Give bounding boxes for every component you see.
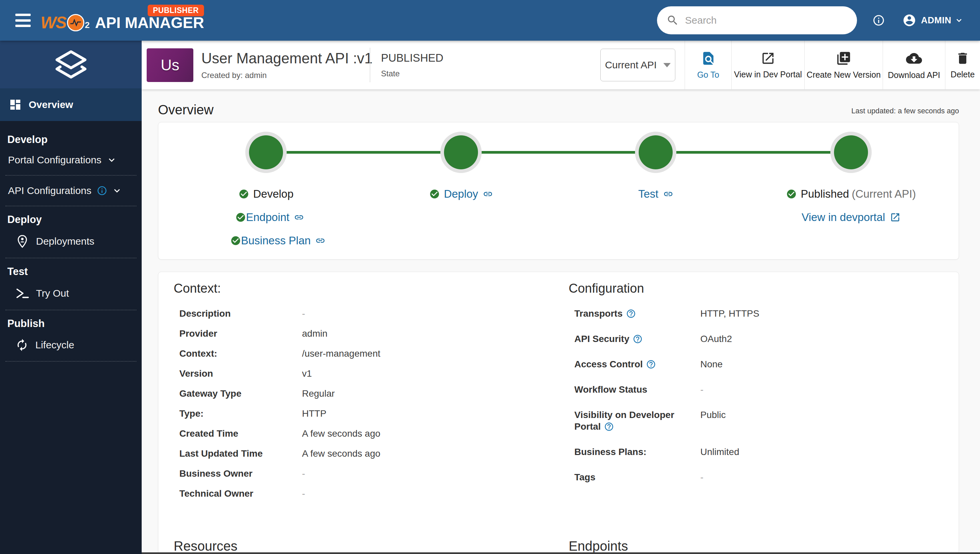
sidebar-section-publish: Publish <box>0 313 142 332</box>
sidebar-item-lifecycle[interactable]: Lifecycle <box>0 332 142 358</box>
stage-deploy[interactable]: Deploy <box>430 188 493 201</box>
view-in-devportal-link[interactable]: View in devportal <box>802 211 900 224</box>
help-icon[interactable] <box>646 359 656 369</box>
config-row: Visibility on Developer Portal Public <box>569 409 969 432</box>
sidebar: Overview Develop Portal Configurations A… <box>0 41 142 554</box>
api-title: User Management API :v1 <box>201 50 370 67</box>
context-row: Context:/user-management <box>173 348 540 359</box>
find-in-page-icon <box>701 51 716 66</box>
location-pin-icon <box>15 234 29 248</box>
divider <box>5 258 136 258</box>
api-state-value: PUBLISHED <box>381 52 443 64</box>
sidebar-section-test: Test <box>0 261 142 280</box>
stage-develop: Develop <box>238 188 293 201</box>
sidebar-section-deploy: Deploy <box>0 209 142 228</box>
check-circle-icon <box>230 235 241 246</box>
last-updated-text: Last updated: a few seconds ago <box>851 107 959 117</box>
wso2-logo-sub: 2 <box>85 20 90 30</box>
open-in-new-icon <box>760 51 775 66</box>
library-add-icon <box>836 51 851 66</box>
context-section: Context: Description- Provideradmin Cont… <box>173 281 540 508</box>
configuration-heading: Configuration <box>569 281 969 296</box>
divider <box>5 175 136 176</box>
api-created-by: Created by: admin <box>201 71 370 80</box>
sync-icon <box>15 338 29 352</box>
details-card: Context: Description- Provideradmin Cont… <box>158 272 959 554</box>
business-plan-link[interactable]: Business Plan <box>241 234 311 247</box>
product-name: API MANAGER <box>95 14 204 32</box>
bottom-cut-band <box>142 552 980 554</box>
context-row: Provideradmin <box>173 328 540 339</box>
stage-published: Published (Current API) <box>786 188 916 201</box>
download-api-button[interactable]: Download API <box>883 41 945 89</box>
app-bar: PUBLISHER WS 2 API MANAGER ADMIN <box>0 0 980 41</box>
deploy-link[interactable]: Deploy <box>444 188 478 201</box>
menu-icon[interactable] <box>15 14 31 27</box>
api-info-bar: Us User Management API :v1 Created by: a… <box>142 41 980 89</box>
stage-test[interactable]: Test <box>638 188 673 201</box>
search-bar[interactable] <box>657 6 857 34</box>
trash-icon <box>955 51 970 66</box>
layers-icon <box>54 47 88 82</box>
config-row: Access Control None <box>569 358 969 370</box>
avatar-icon <box>902 13 916 27</box>
check-circle-icon <box>786 189 797 199</box>
divider <box>5 361 136 362</box>
api-logo-block <box>0 41 142 88</box>
link-icon <box>294 212 304 222</box>
stepper-node-published <box>830 132 872 173</box>
stepper-node-deploy <box>440 132 482 173</box>
check-circle-icon <box>238 189 249 199</box>
endpoint-link-row[interactable]: Endpoint <box>235 211 304 224</box>
main-content: Overview Last updated: a few seconds ago… <box>142 89 980 554</box>
api-state-label: State <box>381 69 443 78</box>
page-title: Overview <box>158 102 214 117</box>
divider <box>370 48 370 82</box>
terminal-icon <box>15 287 29 300</box>
user-menu[interactable]: ADMIN <box>902 13 963 27</box>
test-link[interactable]: Test <box>638 188 659 201</box>
sidebar-item-api-configurations[interactable]: API Configurations <box>0 178 142 203</box>
lifecycle-card: Develop Deploy Test Published (Current A… <box>158 122 959 259</box>
info-icon[interactable] <box>872 14 885 27</box>
link-icon <box>315 236 325 246</box>
endpoint-link[interactable]: Endpoint <box>246 211 290 224</box>
version-selector[interactable]: Current API <box>600 49 675 81</box>
help-icon[interactable] <box>626 309 636 319</box>
search-input[interactable] <box>685 15 838 26</box>
endpoints-heading: Endpoints <box>569 539 628 554</box>
delete-button[interactable]: Delete <box>945 41 980 89</box>
go-to-button[interactable]: Go To <box>685 41 731 89</box>
divider <box>5 206 136 206</box>
business-plan-link-row[interactable]: Business Plan <box>230 234 325 247</box>
publisher-badge: PUBLISHER <box>148 5 204 16</box>
context-row: Business Owner- <box>173 468 540 479</box>
stepper-node-develop <box>245 132 287 173</box>
chevron-down-icon <box>107 155 117 165</box>
sidebar-item-overview[interactable]: Overview <box>0 88 142 121</box>
config-row: API Security OAuth2 <box>569 333 969 345</box>
sidebar-item-deployments[interactable]: Deployments <box>0 228 142 255</box>
divider <box>5 310 136 310</box>
help-icon[interactable] <box>633 334 643 344</box>
wso2-logo-text: WS <box>41 13 66 32</box>
context-heading: Context: <box>173 281 540 296</box>
context-row: Gateway TypeRegular <box>173 388 540 400</box>
context-row: Description- <box>173 308 540 319</box>
username-label: ADMIN <box>921 15 951 25</box>
create-new-version-button[interactable]: Create New Version <box>804 41 883 89</box>
resources-heading: Resources <box>173 539 237 554</box>
stepper-node-test <box>635 132 676 173</box>
caret-down-icon <box>663 63 671 67</box>
current-api-suffix: (Current API) <box>852 188 916 201</box>
view-in-dev-portal-button[interactable]: View in Dev Portal <box>731 41 804 89</box>
check-circle-icon <box>235 212 246 223</box>
context-row: Technical Owner- <box>173 488 540 499</box>
sidebar-item-portal-configurations[interactable]: Portal Configurations <box>0 148 142 172</box>
chevron-down-icon <box>112 186 122 196</box>
config-row: Workflow Status - <box>569 384 969 395</box>
api-avatar: Us <box>147 48 193 82</box>
link-icon <box>663 189 673 199</box>
sidebar-item-try-out[interactable]: Try Out <box>0 280 142 307</box>
help-icon[interactable] <box>604 422 614 431</box>
